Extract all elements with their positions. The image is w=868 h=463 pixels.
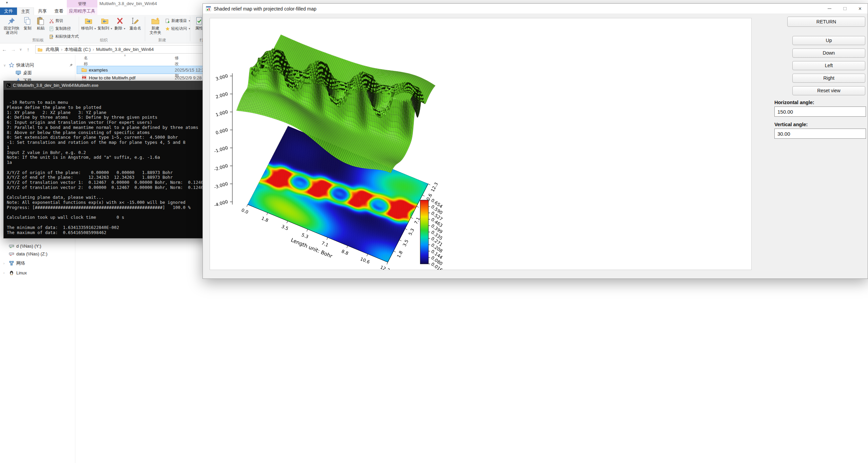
forward-button[interactable]: →: [9, 46, 18, 52]
maximize-icon: [843, 7, 847, 10]
minimize-icon: [828, 8, 831, 9]
dropdown-caret: ▼: [94, 27, 96, 30]
sidebar-item-linux[interactable]: › Linux: [9, 269, 27, 276]
copy-button[interactable]: 复制: [21, 16, 34, 40]
close-button[interactable]: ×: [852, 4, 868, 14]
breadcrumb-separator: ›: [60, 47, 63, 52]
sidebar-item-drive-y[interactable]: d (\\Nas) (Y:): [9, 242, 41, 250]
breadcrumb-separator: ›: [92, 47, 95, 52]
console-icon: [6, 83, 11, 88]
ribbon-divider: [145, 17, 145, 41]
minimize-button[interactable]: [822, 4, 837, 14]
recent-locations-caret-icon[interactable]: ∨: [18, 47, 24, 51]
network-drive-icon: [9, 251, 14, 256]
easy-access-button[interactable]: 轻松访问 ▼: [165, 25, 191, 32]
file-date: 2025/2/9 9:28: [175, 75, 202, 80]
ribbon-divider: [190, 17, 190, 41]
column-header-name[interactable]: 名称: [84, 55, 88, 67]
sidebar-item-quick-access[interactable]: ∨ 快速访问: [9, 61, 34, 69]
rename-icon: [131, 17, 140, 25]
easy-access-icon: [165, 26, 170, 31]
down-button[interactable]: Down: [792, 49, 865, 58]
close-icon: ×: [859, 6, 862, 12]
chevron-down-icon[interactable]: ∨: [3, 63, 6, 67]
new-folder-button[interactable]: 新建文件夹: [147, 16, 164, 40]
vertical-angle-input[interactable]: [774, 129, 866, 139]
horizontal-angle-label: Horizontal angle:: [774, 100, 814, 105]
network-icon: [9, 261, 14, 266]
horizontal-angle-input[interactable]: [774, 107, 866, 117]
sidebar-item-network[interactable]: › 网络: [9, 259, 25, 267]
folder-icon: [81, 67, 87, 73]
pin-to-quick-access-button[interactable]: 固定到快速访问: [3, 16, 20, 40]
breadcrumb-local-disk-c[interactable]: 本地磁盘 (C:): [63, 46, 92, 53]
copy-path-icon: [49, 26, 54, 31]
breadcrumb-current-folder[interactable]: Multiwfn_3.8_dev_bin_Win64: [95, 47, 155, 52]
tab-share[interactable]: 共享: [34, 7, 51, 15]
up-button[interactable]: Up: [792, 36, 865, 45]
chevron-right-icon[interactable]: ›: [3, 271, 4, 275]
paste-button[interactable]: 粘贴: [34, 16, 47, 40]
reset-view-button[interactable]: Reset view: [792, 86, 865, 95]
dropdown-caret: ▼: [110, 27, 113, 30]
quick-access-star-icon: [9, 62, 14, 68]
move-to-icon: [84, 17, 93, 25]
sidebar-item-desktop[interactable]: 桌面: [16, 69, 32, 77]
qat-caret-icon[interactable]: ▼: [5, 1, 8, 4]
copy-to-button[interactable]: 复制到 ▼: [97, 16, 113, 40]
tab-view[interactable]: 查看: [51, 7, 67, 15]
cut-button[interactable]: 剪切: [49, 17, 63, 24]
new-folder-icon: [151, 17, 160, 25]
network-drive-icon: [9, 243, 14, 249]
new-item-icon: [165, 19, 170, 23]
sort-ascending-icon: ∧: [124, 54, 126, 57]
copy-to-icon: [101, 17, 110, 25]
tab-home[interactable]: 主页: [17, 7, 34, 15]
pin-icon: [7, 17, 16, 25]
file-date: 2025/5/15 12:20: [175, 67, 207, 73]
new-item-button[interactable]: 新建项目 ▼: [165, 17, 191, 24]
location-folder-icon: [38, 47, 42, 52]
breadcrumb-this-pc[interactable]: 此电脑: [44, 46, 60, 53]
vertical-angle-label: Vertical angle:: [774, 122, 808, 127]
plot-canvas: [210, 18, 751, 270]
desktop-icon: [16, 70, 21, 76]
move-to-button[interactable]: 移动到 ▼: [81, 16, 97, 40]
plot-window: Shaded relief map with projected color-f…: [202, 3, 868, 279]
paste-shortcut-button[interactable]: 粘贴快捷方式: [49, 33, 79, 40]
rename-button[interactable]: 重命名: [127, 16, 143, 40]
return-button[interactable]: RETURN: [787, 17, 865, 27]
plot-drawing-area: [210, 18, 752, 270]
copy-path-button[interactable]: 复制路径: [49, 25, 71, 32]
right-button[interactable]: Right: [792, 74, 865, 83]
file-name: examples: [89, 67, 108, 73]
paste-icon: [36, 17, 45, 25]
tab-application-tools[interactable]: 应用程序工具: [67, 7, 97, 15]
quick-access-toolbar[interactable]: ▼: [3, 1, 8, 4]
file-name: How to cite Multiwfn.pdf: [89, 75, 135, 80]
delete-button[interactable]: 删除 ▼: [113, 16, 127, 40]
sidebar-item-drive-z[interactable]: data (\\Nas) (Z:): [9, 250, 47, 257]
plot-window-icon: [206, 6, 211, 11]
pinned-pin-icon: [69, 63, 73, 67]
group-label-clipboard: 剪贴板: [32, 38, 44, 43]
delete-icon: [116, 17, 124, 25]
group-label-new: 新建: [158, 38, 166, 43]
window-title: Multiwfn_3.8_dev_bin_Win64: [99, 0, 157, 7]
tab-file[interactable]: 文件: [0, 7, 17, 15]
chevron-right-icon[interactable]: ›: [3, 262, 4, 265]
up-button[interactable]: ↑: [24, 46, 33, 52]
address-breadcrumb[interactable]: 此电脑 › 本地磁盘 (C:) › Multiwfn_3.8_dev_bin_W…: [35, 45, 203, 54]
maximize-button[interactable]: [837, 4, 852, 14]
window-controls: ×: [822, 4, 868, 14]
context-tab-header: 管理: [67, 0, 97, 7]
cut-icon: [49, 19, 54, 23]
left-button[interactable]: Left: [792, 61, 865, 70]
linux-penguin-icon: [9, 270, 14, 275]
copy-icon: [23, 17, 32, 25]
dropdown-caret: ▼: [123, 27, 126, 30]
paste-shortcut-icon: [49, 34, 54, 39]
group-label-organize: 组织: [100, 38, 108, 43]
plot-titlebar: Shaded relief map with projected color-f…: [203, 4, 868, 14]
back-button[interactable]: ←: [0, 46, 9, 52]
